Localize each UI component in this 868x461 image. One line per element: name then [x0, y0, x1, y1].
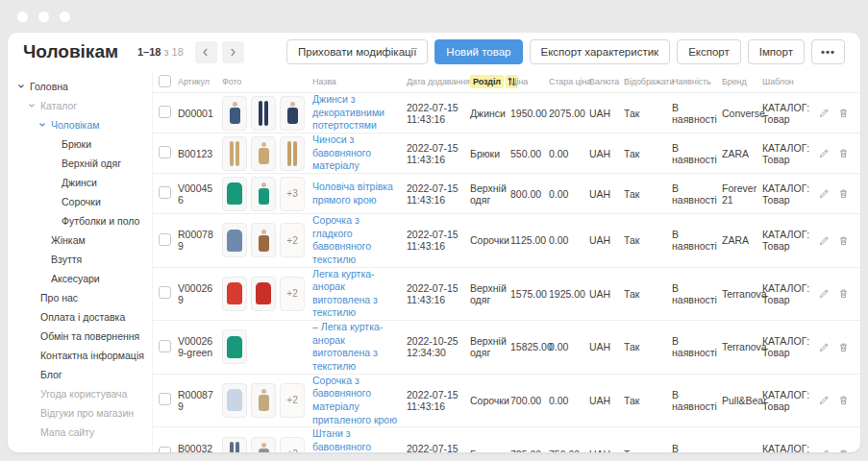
column-header-date[interactable]: Дата додавання [407, 77, 470, 86]
hide-modifications-button[interactable]: Приховати модифікації [286, 39, 428, 64]
sidebar-item[interactable]: Аксесуари [8, 269, 152, 288]
photos-cell[interactable] [222, 96, 312, 131]
edit-button[interactable] [819, 449, 830, 452]
chevron-left-icon [202, 48, 210, 57]
new-product-button[interactable]: Новий товар [434, 39, 522, 64]
trash-icon [838, 148, 849, 158]
sidebar-item[interactable]: Каталог [8, 96, 152, 115]
photos-cell[interactable] [222, 136, 312, 171]
sidebar-item[interactable]: Головна [8, 77, 152, 96]
sidebar-item[interactable]: Футболки и поло [8, 211, 152, 230]
window-dot-icon[interactable] [60, 12, 70, 22]
column-header-currency[interactable]: Валюта [589, 77, 624, 86]
date-added-cell: 2022-07-15 11:43:16 [407, 282, 470, 305]
row-checkbox[interactable] [159, 340, 171, 352]
sidebar-item[interactable]: Блог [8, 365, 152, 384]
sidebar-item-label: Про нас [40, 292, 78, 303]
edit-button[interactable] [819, 395, 830, 405]
column-header-sku[interactable]: Артикул [178, 77, 222, 86]
photos-cell[interactable]: +2 [222, 277, 312, 311]
column-header-availability[interactable]: Наявність [672, 77, 722, 86]
sidebar-item[interactable]: Взуття [8, 250, 152, 269]
chevron-down-icon [17, 83, 27, 90]
product-name-link[interactable]: Сорочка з бавовняного матеріалу притален… [312, 375, 407, 427]
photos-cell[interactable]: +2 [222, 437, 312, 452]
row-checkbox[interactable] [159, 393, 171, 405]
edit-button[interactable] [819, 235, 830, 246]
photos-cell[interactable] [222, 329, 312, 364]
column-header-price[interactable]: Ціна [510, 77, 549, 86]
sidebar-item[interactable]: Оплата і доставка [8, 307, 152, 327]
trash-icon [838, 449, 849, 452]
delete-button[interactable] [838, 235, 849, 246]
sidebar-item[interactable]: Чоловікам [8, 115, 152, 134]
row-checkbox[interactable] [159, 106, 171, 118]
photos-cell[interactable]: +2 [222, 223, 312, 257]
row-actions [812, 235, 860, 246]
garment-shape [227, 389, 242, 411]
delete-button[interactable] [838, 449, 849, 452]
column-header-photo[interactable]: Фото [222, 77, 312, 86]
table-header-row: Артикул Фото Назва Дата додавання Розділ… [153, 71, 860, 92]
row-checkbox[interactable] [159, 286, 171, 299]
sidebar-item[interactable]: Про нас [8, 288, 152, 307]
next-page-button[interactable] [222, 41, 244, 63]
delete-button[interactable] [838, 395, 849, 405]
export-button[interactable]: Експорт [677, 39, 741, 64]
delete-button[interactable] [838, 188, 849, 199]
product-name-link[interactable]: – Легка куртка-анорак виготовлена з текс… [312, 321, 407, 374]
old-price-cell: 0.00 [549, 341, 589, 352]
delete-button[interactable] [838, 342, 849, 352]
product-name-link[interactable]: Сорочка з гладкого бавовняного текстилю [312, 214, 407, 267]
more-photos-badge: +2 [280, 383, 305, 418]
select-all-checkbox[interactable] [159, 75, 171, 87]
column-header-template[interactable]: Шаблон [762, 77, 812, 86]
sidebar-item[interactable]: Мапа сайту [8, 423, 152, 442]
category-cell: Верхній одяг [470, 282, 510, 305]
export-characteristics-button[interactable]: Експорт характеристик [530, 39, 671, 64]
prev-page-button[interactable] [195, 41, 217, 63]
delete-button[interactable] [838, 288, 849, 299]
column-header-name[interactable]: Назва [312, 77, 407, 86]
delete-button[interactable] [838, 108, 849, 118]
product-name-link[interactable]: Чоловіча вітрівка прямого крою [312, 181, 407, 206]
sidebar-item[interactable]: Жінкам [8, 230, 152, 250]
column-header-old-price[interactable]: Стара ціна [549, 77, 589, 86]
column-header-brand[interactable]: Бренд [722, 77, 762, 86]
photos-cell[interactable]: +2 [222, 383, 312, 418]
column-header-category[interactable]: Розділ [470, 75, 510, 88]
availability-cell: В наявності [672, 182, 722, 206]
sidebar-item[interactable]: Сорочки [8, 192, 152, 211]
edit-button[interactable] [819, 342, 830, 352]
sidebar-item[interactable]: Обмін та повернення [8, 327, 152, 346]
sku-cell: V000456 [178, 182, 222, 206]
template-cell: КАТАЛОГ: Товар [762, 142, 812, 165]
sidebar-item[interactable]: Угода користувача [8, 384, 152, 403]
sidebar-item[interactable]: Верхній одяг [8, 154, 152, 173]
edit-button[interactable] [819, 108, 830, 118]
photos-cell[interactable]: +3 [222, 177, 312, 211]
product-name-link[interactable]: Штани з бавовняного матеріалу прямого кр… [312, 427, 407, 452]
import-button[interactable]: Імпорт [748, 39, 805, 64]
product-name-link[interactable]: Чиноси з бавовняного матеріалу [312, 133, 407, 173]
more-actions-button[interactable]: ••• [811, 39, 845, 64]
product-name-link[interactable]: Легка куртка-анорак виготовлена з тексти… [312, 268, 407, 321]
row-checkbox[interactable] [159, 146, 171, 158]
row-checkbox[interactable] [159, 233, 171, 246]
delete-button[interactable] [838, 148, 849, 158]
row-checkbox[interactable] [159, 186, 171, 199]
window-dot-icon[interactable] [38, 12, 49, 22]
edit-button[interactable] [819, 288, 830, 299]
column-header-visible[interactable]: Відображати [624, 77, 672, 86]
edit-button[interactable] [819, 188, 830, 199]
page-header: Чоловікам 1–18 з 18 Приховати модифікаці… [8, 33, 860, 71]
sidebar-item[interactable]: Відгуки про магазин [8, 403, 152, 423]
edit-button[interactable] [819, 148, 830, 158]
sidebar-item[interactable]: Брюки [8, 134, 152, 154]
sidebar-item[interactable]: Джинси [8, 173, 152, 192]
row-checkbox[interactable] [159, 447, 171, 452]
sidebar-item[interactable]: Контактна інформація [8, 346, 152, 365]
window-dot-icon[interactable] [17, 12, 28, 22]
sidebar-item-label: Аксесуари [51, 273, 100, 284]
product-name-link[interactable]: Джинси з декоративними потертостями [312, 93, 407, 133]
